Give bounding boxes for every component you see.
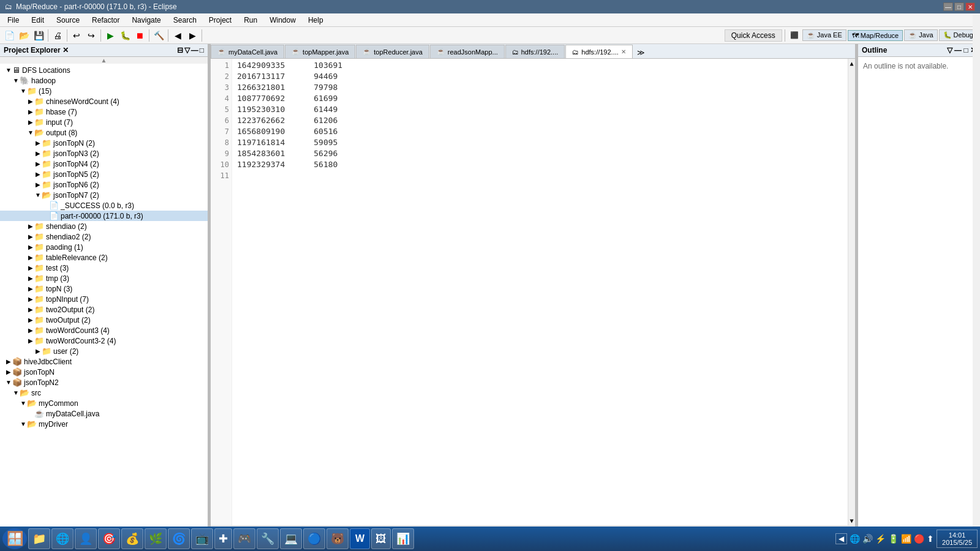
tree-shendiao2[interactable]: ▶ 📁 shendiao2 (2) [0,231,208,242]
stop-button[interactable]: ⏹ [133,29,146,42]
toggle-input[interactable]: ▶ [27,119,34,126]
taskbar-tv[interactable]: 📺 [191,528,213,549]
toggle-src[interactable]: ▼ [12,389,20,396]
toggle-jsontopn5[interactable]: ▶ [34,171,42,178]
tab-topreducer[interactable]: ☕ topReducer.java [356,45,429,58]
toggle-output[interactable]: ▼ [27,129,34,136]
editor-vscrollbar[interactable]: ▲ ▼ [848,59,855,525]
taskbar-blue[interactable]: 🔵 [303,528,325,549]
build-button[interactable]: 🔨 [152,29,165,42]
taskbar-plus[interactable]: ✚ [214,528,232,549]
tab-mydatacell[interactable]: ☕ myDataCell.java [211,45,284,58]
perspective-javaee[interactable]: ☕ Java EE [802,29,846,41]
toggle-mydriver[interactable]: ▼ [20,421,27,427]
taskbar-tools[interactable]: 🔧 [257,528,279,549]
tree-shendiao[interactable]: ▶ 📁 shendiao (2) [0,221,208,231]
tree-twowordcount3-2[interactable]: ▶ 📁 twoWordCount3-2 (4) [0,335,208,346]
back-button[interactable]: ◀ [171,29,184,42]
outline-menu-icon[interactable]: ▽ [947,46,952,54]
tree-src[interactable]: ▼ 📂 src [0,388,208,398]
maximize-panel-icon[interactable]: □ [200,46,204,54]
menu-source[interactable]: Source [51,15,85,26]
tree-mycommon[interactable]: ▼ 📂 myCommon [0,398,208,408]
taskbar-photo[interactable]: 🖼 [371,528,391,549]
toggle-twooutput[interactable]: ▶ [27,317,34,323]
close-button[interactable]: ✕ [965,2,975,11]
tree-15-folder[interactable]: ▼ 📁 (15) [0,86,208,96]
maximize-button[interactable]: □ [954,2,964,11]
forward-button[interactable]: ▶ [186,29,199,42]
taskbar-monitor[interactable]: 💻 [280,528,302,549]
tree-jsontopn4[interactable]: ▶ 📁 jsonTopN4 (2) [0,159,208,169]
toggle-two2output[interactable]: ▶ [27,306,34,313]
tree-jsontopn5[interactable]: ▶ 📁 jsonTopN5 (2) [0,169,208,179]
minimize-panel-icon[interactable]: — [191,46,198,54]
tree-hivejdbcclient[interactable]: ▶ 📦 hiveJdbcClient [0,356,208,367]
perspective-java[interactable]: ☕ Java [904,29,937,41]
toggle-jsontopn2-root[interactable]: ▼ [5,379,12,386]
toggle-mycommon[interactable]: ▼ [20,400,27,407]
tree-twowordcount3[interactable]: ▶ 📁 twoWordCount3 (4) [0,325,208,335]
tree-jsontopn-root[interactable]: ▶ 📦 jsonTopN [0,367,208,377]
quick-access-button[interactable]: Quick Access [725,29,782,42]
toggle-twowordcount3-2[interactable]: ▶ [27,337,34,344]
toggle-chinese[interactable]: ▶ [27,98,34,105]
taskbar-explorer[interactable]: 📁 [28,528,50,549]
menu-navigate[interactable]: Navigate [127,15,165,26]
tree-part-file[interactable]: 📄 part-r-00000 (171.0 b, r3) [0,211,208,221]
menu-run[interactable]: Run [239,15,262,26]
save-button[interactable]: 💾 [32,29,45,42]
perspective-mapreduce[interactable]: 🗺 Map/Reduce [848,30,903,41]
toggle-tmp[interactable]: ▶ [27,275,34,282]
tab-topmapper[interactable]: ☕ topMapper.java [285,45,355,58]
taskbar-target[interactable]: 🎯 [98,528,120,549]
toggle-test[interactable]: ▶ [27,264,34,271]
undo-button[interactable]: ↩ [70,29,83,42]
toggle-table[interactable]: ▶ [27,254,34,261]
outline-max-icon[interactable]: □ [963,46,968,54]
toggle-jsontopn4[interactable]: ▶ [34,160,42,167]
tree-chinesewordcount[interactable]: ▶ 📁 chineseWordCount (4) [0,96,208,107]
tab-more-icon[interactable]: ≫ [633,47,649,58]
clock[interactable]: 14:01 2015/5/25 [937,530,978,548]
new-button[interactable]: 📄 [2,29,16,42]
toggle-user[interactable]: ▶ [34,348,42,354]
start-button[interactable]: 🪟 [2,528,27,549]
tree-jsontopn7[interactable]: ▼ 📂 jsonTopN7 (2) [0,190,208,200]
minimize-button[interactable]: — [943,2,953,11]
tree-mydriver[interactable]: ▼ 📂 myDriver [0,419,208,429]
toggle-jsontopn6[interactable]: ▶ [34,181,42,188]
toggle-shendiao[interactable]: ▶ [27,223,34,230]
taskbar-bear[interactable]: 🐻 [326,528,349,549]
toggle-jsontopn[interactable]: ▶ [34,140,42,146]
toggle-paoding[interactable]: ▶ [27,244,34,250]
editor-content-area[interactable]: 1642909335 103691 2016713117 94469 12663… [232,59,848,525]
tree-jsontopn3[interactable]: ▶ 📁 jsonTopN3 (2) [0,148,208,159]
scroll-up-arrow[interactable]: ▲ [0,57,208,64]
toggle-hive[interactable]: ▶ [5,358,12,365]
panel-menu-icon[interactable]: ▽ [184,46,190,54]
debug-button[interactable]: 🐛 [118,29,132,42]
taskbar-person[interactable]: 👤 [75,528,97,549]
menu-file[interactable]: File [2,15,24,26]
taskbar-chart[interactable]: 📊 [392,528,414,549]
toggle-dfs[interactable]: ▼ [5,67,12,73]
toggle-hadoop[interactable]: ▼ [12,77,20,84]
menu-window[interactable]: Window [265,15,301,26]
tree-twooutput[interactable]: ▶ 📁 twoOutput (2) [0,315,208,325]
collapse-icon[interactable]: ⊟ [177,46,183,54]
open-button[interactable]: 📂 [17,29,31,42]
tree-input[interactable]: ▶ 📁 input (7) [0,117,208,127]
toggle-jsontopn3[interactable]: ▶ [34,150,42,157]
menu-edit[interactable]: Edit [26,15,49,26]
taskbar-leaf[interactable]: 🌿 [145,528,167,549]
tab-readjsonmapp[interactable]: ☕ readJsonMapp... [430,45,505,58]
taskbar-game[interactable]: 🎮 [233,528,255,549]
redo-button[interactable]: ↪ [85,29,98,42]
taskbar-word[interactable]: W [350,528,370,549]
taskbar-ie[interactable]: 🌐 [51,528,74,549]
toggle-twowordcount3[interactable]: ▶ [27,327,34,334]
menu-help[interactable]: Help [303,15,328,26]
tree-dfs-locations[interactable]: ▼ 🖥 DFS Locations [0,65,208,75]
taskbar-finance[interactable]: 💰 [121,528,143,549]
